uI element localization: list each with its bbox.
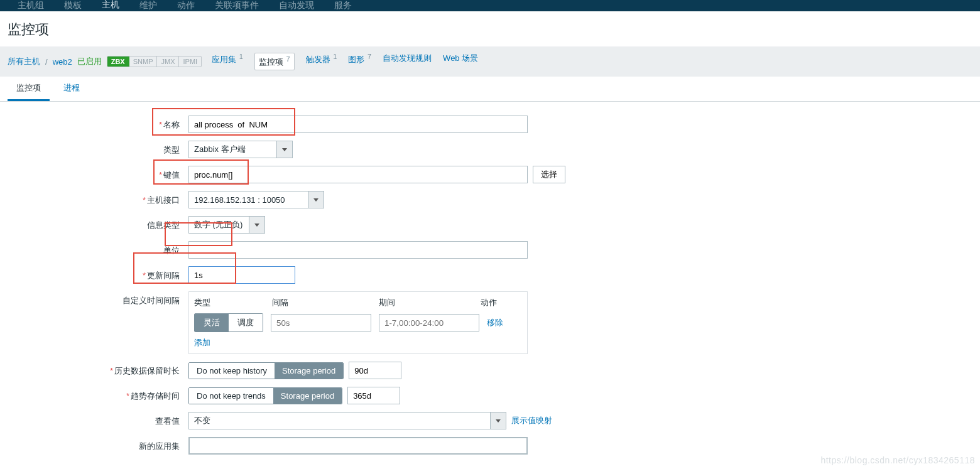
th-int: 间隔 [272, 297, 288, 308]
info-select[interactable]: 数字 (无正负) [188, 216, 265, 234]
key-input[interactable] [188, 166, 528, 183]
item-form: *名称 类型 Zabbix 客户端 *键值 选择 *主机接口 192.168.1… [0, 102, 980, 469]
interval-type-toggle[interactable]: 灵活 调度 [194, 313, 263, 332]
label-history: *历史数据保留时长 [0, 362, 188, 377]
badge-jmx: JMX [157, 57, 179, 67]
trend-on[interactable]: Storage period [273, 388, 342, 404]
label-iface: *主机接口 [0, 191, 188, 206]
history-toggle[interactable]: Do not keep history Storage period [188, 362, 344, 379]
history-on[interactable]: Storage period [275, 363, 343, 379]
badge-ipmi: IPMI [179, 57, 201, 67]
key-pick-button[interactable]: 选择 [533, 166, 565, 183]
link-apps[interactable]: 应用集 1 [212, 53, 243, 70]
chevron-down-icon [282, 148, 287, 151]
badge-snmp: SNMP [129, 57, 158, 67]
topnav-item-2[interactable]: 主机 [92, 0, 129, 14]
trend-toggle[interactable]: Do not keep trends Storage period [188, 387, 342, 404]
topnav-item-1[interactable]: 模板 [54, 0, 92, 13]
custom-interval-box: 类型 间隔 期间 动作 灵活 调度 移除 添加 [188, 291, 528, 354]
label-interval: *更新间隔 [0, 266, 188, 281]
interval-remove-link[interactable]: 移除 [487, 317, 503, 328]
label-info: 信息类型 [0, 216, 188, 231]
label-showvalue: 查看值 [0, 412, 188, 427]
link-graphs[interactable]: 图形 7 [348, 53, 371, 70]
unit-input[interactable] [188, 241, 528, 259]
history-off[interactable]: Do not keep history [189, 363, 275, 379]
label-custom-interval: 自定义时间间隔 [0, 291, 188, 306]
host-links: 应用集 1 监控项 7 触发器 1 图形 7 自动发现规则 Web 场景 [212, 53, 478, 70]
breadcrumb-all-hosts[interactable]: 所有主机 [8, 56, 40, 67]
page-title: 监控项 [0, 11, 980, 46]
label-name: *名称 [0, 116, 188, 131]
link-items[interactable]: 监控项 7 [254, 53, 295, 70]
seg-flexible[interactable]: 灵活 [195, 314, 229, 332]
badge-zbx: ZBX [107, 57, 129, 67]
label-trend: *趋势存储时间 [0, 387, 188, 402]
chevron-down-icon [313, 198, 318, 202]
th-period: 期间 [379, 297, 395, 308]
topnav-item-3[interactable]: 维护 [129, 0, 167, 13]
label-key: *键值 [0, 166, 188, 181]
link-discovery[interactable]: 自动发现规则 [383, 53, 432, 70]
chevron-down-icon [254, 224, 259, 227]
interval-value-input[interactable] [271, 314, 371, 332]
availability-badge: ZBX SNMP JMX IPMI [107, 56, 202, 67]
trend-input[interactable] [347, 387, 400, 404]
topnav-item-7[interactable]: 服务 [324, 0, 362, 13]
topnav-item-0[interactable]: 主机组 [8, 0, 54, 13]
tab-item[interactable]: 监控项 [8, 77, 50, 101]
label-newapp: 新的应用集 [0, 437, 188, 452]
interval-input[interactable] [188, 266, 295, 284]
newapp-input[interactable] [188, 437, 528, 455]
topnav-item-5[interactable]: 关联项事件 [205, 0, 269, 13]
label-unit: 单位 [0, 241, 188, 256]
chevron-down-icon [496, 419, 501, 423]
show-value-map-link[interactable]: 展示值映射 [511, 415, 552, 426]
tab-process[interactable]: 进程 [55, 77, 89, 101]
history-input[interactable] [349, 362, 401, 379]
interval-add-link[interactable]: 添加 [194, 338, 210, 347]
iface-select[interactable]: 192.168.152.131 : 10050 [188, 191, 324, 208]
seg-scheduled[interactable]: 调度 [229, 314, 263, 332]
host-status: 已启用 [77, 56, 102, 67]
top-nav: 主机组 模板 主机 维护 动作 关联项事件 自动发现 服务 [0, 0, 980, 11]
type-select[interactable]: Zabbix 客户端 [188, 141, 293, 158]
interval-period-input[interactable] [379, 314, 479, 332]
topnav-item-6[interactable]: 自动发现 [269, 0, 324, 13]
breadcrumb-host[interactable]: web2 [53, 57, 72, 67]
trend-off[interactable]: Do not keep trends [189, 388, 273, 404]
breadcrumb-sep: / [45, 57, 48, 67]
showvalue-select[interactable]: 不变 [188, 412, 506, 429]
name-input[interactable] [188, 116, 528, 133]
host-bar: 所有主机 / web2 已启用 ZBX SNMP JMX IPMI 应用集 1 … [0, 46, 980, 77]
th-type: 类型 [194, 297, 210, 308]
th-action: 动作 [481, 297, 497, 308]
label-type: 类型 [0, 141, 188, 156]
sub-tabs: 监控项 进程 [0, 77, 980, 102]
topnav-item-4[interactable]: 动作 [167, 0, 205, 13]
link-web[interactable]: Web 场景 [443, 53, 478, 70]
link-triggers[interactable]: 触发器 1 [306, 53, 337, 70]
